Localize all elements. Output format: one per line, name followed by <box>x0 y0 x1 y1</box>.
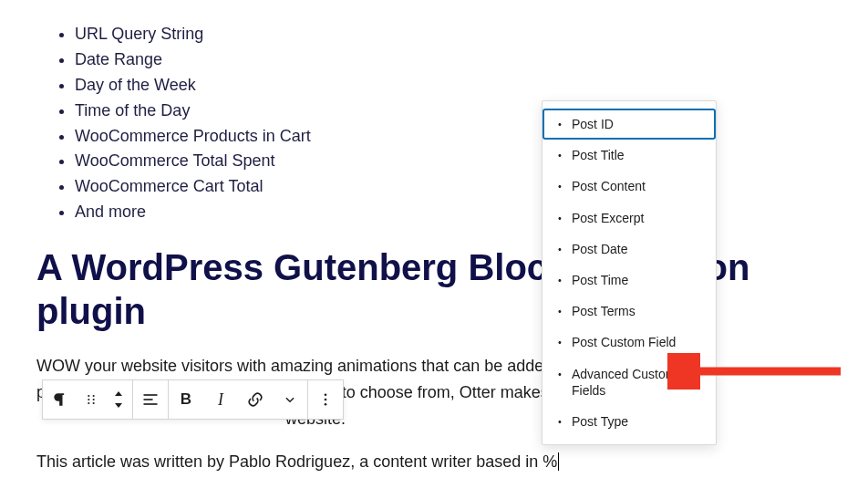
svg-point-1 <box>88 399 89 400</box>
popover-item[interactable]: •Post Type <box>542 406 716 437</box>
svg-rect-6 <box>144 394 158 396</box>
popover-item[interactable]: •Post Title <box>542 140 716 171</box>
italic-icon: I <box>218 390 223 410</box>
block-toolbar: B I <box>42 379 344 420</box>
svg-rect-7 <box>144 399 153 400</box>
feature-list-item: Date Range <box>75 47 832 73</box>
popover-item[interactable]: •Post Date <box>542 234 716 265</box>
popover-item-label: Post Date <box>566 241 703 257</box>
feature-list-item: WooCommerce Cart Total <box>75 174 832 200</box>
popover-item[interactable]: •Post ID <box>542 109 716 140</box>
svg-rect-8 <box>144 403 158 405</box>
bold-button[interactable]: B <box>169 380 203 419</box>
popover-item-label: Post ID <box>566 116 703 132</box>
options-button[interactable] <box>308 380 343 419</box>
svg-point-5 <box>93 402 95 404</box>
popover-item-label: Post Custom Field <box>566 334 703 350</box>
text-caret <box>558 452 559 471</box>
link-button[interactable] <box>238 380 273 419</box>
paragraph-block-2[interactable]: This article was written by Pablo Rodrig… <box>36 449 693 475</box>
paragraph-text-1: WOW your website visitors with amazing a… <box>36 357 553 375</box>
more-vertical-icon <box>317 391 334 408</box>
bullet-icon: • <box>553 210 566 226</box>
bullet-icon: • <box>553 272 566 288</box>
paragraph-2-text: This article was written by Pablo Rodrig… <box>36 452 557 471</box>
popover-item-label: Post Excerpt <box>566 210 703 226</box>
svg-point-4 <box>93 399 95 400</box>
feature-list-item: And more <box>75 200 832 225</box>
drag-handle[interactable] <box>78 380 105 419</box>
dynamic-fields-popover: •Post ID•Post Title•Post Content•Post Ex… <box>542 100 717 445</box>
svg-point-2 <box>88 402 89 404</box>
feature-list-item: WooCommerce Products in Cart <box>75 124 832 150</box>
feature-list-item: Time of the Day <box>75 99 832 124</box>
bullet-icon: • <box>553 178 566 194</box>
bullet-icon: • <box>553 334 566 350</box>
bullet-icon: • <box>553 366 566 382</box>
align-button[interactable] <box>133 380 168 419</box>
svg-point-11 <box>325 403 327 406</box>
popover-item-label: Post Time <box>566 272 703 288</box>
move-buttons[interactable] <box>105 380 132 419</box>
bullet-icon: • <box>553 241 566 257</box>
bullet-icon: • <box>553 413 566 430</box>
bold-icon: B <box>181 390 191 409</box>
popover-item-label: Post Terms <box>566 303 703 319</box>
feature-list-item: Day of the Week <box>75 73 832 99</box>
align-left-icon <box>141 390 160 409</box>
bullet-icon: • <box>553 303 566 319</box>
svg-point-10 <box>325 399 327 401</box>
drag-icon <box>84 392 98 407</box>
more-richtext-button[interactable] <box>273 380 307 419</box>
popover-item-label: Post Type <box>566 413 703 430</box>
popover-item-label: Advanced Custom Fields <box>566 366 703 399</box>
popover-item[interactable]: •Advanced Custom Fields <box>542 358 716 406</box>
svg-point-0 <box>88 395 89 397</box>
popover-item[interactable]: •Post Time <box>542 265 716 296</box>
feature-list-item: URL Query String <box>75 22 832 47</box>
block-type-button[interactable] <box>43 380 78 419</box>
feature-list-item: WooCommerce Total Spent <box>75 149 832 174</box>
popover-item-label: Post Content <box>566 178 703 194</box>
bullet-icon: • <box>553 147 566 163</box>
popover-item[interactable]: •Post Content <box>542 171 716 202</box>
italic-button[interactable]: I <box>203 380 238 419</box>
popover-item[interactable]: •Post Custom Field <box>542 327 716 358</box>
chevron-down-icon <box>284 393 296 406</box>
popover-item[interactable]: •Post Excerpt <box>542 203 716 234</box>
svg-point-3 <box>93 395 95 397</box>
move-icon <box>112 390 125 410</box>
svg-point-9 <box>325 393 327 396</box>
bullet-icon: • <box>553 116 566 132</box>
paragraph-icon <box>51 390 69 409</box>
popover-item[interactable]: •Post Terms <box>542 296 716 327</box>
popover-item-label: Post Title <box>566 147 703 163</box>
link-icon <box>246 390 264 409</box>
